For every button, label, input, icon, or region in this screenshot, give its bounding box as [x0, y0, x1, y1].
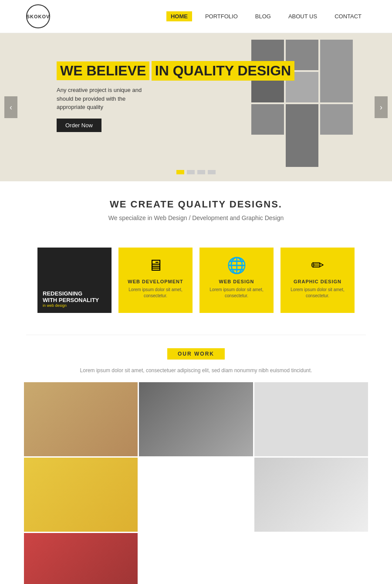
graphic-desc: Lorem ipsum dolor sit amet, consectetur.	[286, 287, 349, 299]
portfolio-item-3	[254, 382, 368, 456]
hero-prev-arrow[interactable]: ‹	[4, 96, 17, 118]
divider	[26, 335, 366, 335]
service-redesign: REDESIGNINGWITH PERSONALITY in web desig…	[37, 248, 112, 313]
portfolio-item-4	[24, 458, 138, 532]
header: SKOKOV HOME PORTFOLIO BLOG ABOUT US CONT…	[0, 0, 392, 33]
hero-nav: ‹ ›	[0, 96, 392, 118]
nav-contact[interactable]: CONTACT	[330, 11, 366, 21]
graphic-icon: ✏	[311, 256, 324, 275]
portfolio-item-2	[139, 382, 253, 456]
our-work-badge: OUR WORK	[167, 348, 225, 360]
dot-3[interactable]	[197, 170, 205, 174]
nav-portfolio[interactable]: PORTFOLIO	[201, 11, 242, 21]
service-redesign-sub: in web design	[43, 303, 99, 308]
dot-2[interactable]	[187, 170, 195, 174]
hero-cta-button[interactable]: Order Now	[57, 119, 101, 132]
hero-headline1: WE BELIEVE	[57, 61, 149, 80]
portfolio-item-6	[24, 533, 138, 584]
nav-blog[interactable]: BLOG	[251, 11, 275, 21]
hero-dots	[176, 170, 216, 174]
intro-subtitle: We specialize in Web Design / Developmen…	[26, 214, 366, 221]
nav-about[interactable]: ABOUT US	[284, 11, 321, 21]
service-webdesign: 🌐 WEB DESIGN Lorem ipsum dolor sit amet,…	[199, 248, 274, 313]
hero-section: ‹ › WE BELIEVE IN QUALITY DESIGN Any cre…	[0, 33, 392, 181]
portfolio-item-1	[24, 382, 138, 456]
portfolio-item-5	[254, 458, 368, 532]
nav-home[interactable]: HOME	[166, 11, 192, 21]
service-redesign-title: REDESIGNINGWITH PERSONALITY	[43, 290, 99, 303]
portfolio-grid	[24, 382, 368, 584]
dot-4[interactable]	[208, 170, 216, 174]
services-section: REDESIGNINGWITH PERSONALITY in web desig…	[0, 248, 392, 330]
webdev-title: WEB DEVELOPMENT	[128, 279, 183, 284]
hero-content: WE BELIEVE IN QUALITY DESIGN Any creativ…	[57, 59, 294, 132]
service-graphic: ✏ GRAPHIC DESIGN Lorem ipsum dolor sit a…	[280, 248, 355, 313]
graphic-title: GRAPHIC DESIGN	[294, 279, 341, 284]
main-nav: HOME PORTFOLIO BLOG ABOUT US CONTACT	[166, 11, 366, 21]
webdev-desc: Lorem ipsum dolor sit amet, consectetur.	[124, 287, 187, 299]
intro-section: WE CREATE QUALITY DESIGNS. We specialize…	[0, 181, 392, 248]
service-webdev: 🖥 WEB DEVELOPMENT Lorem ipsum dolor sit …	[118, 248, 193, 313]
intro-title: WE CREATE QUALITY DESIGNS.	[26, 199, 366, 210]
our-work-label: OUR WORK	[0, 340, 392, 364]
webdesign-icon: 🌐	[227, 256, 247, 275]
webdesign-title: WEB DESIGN	[219, 279, 254, 284]
webdesign-desc: Lorem ipsum dolor sit amet, consectetur.	[205, 287, 268, 299]
dot-1[interactable]	[176, 170, 184, 174]
hero-headline2: IN QUALITY DESIGN	[152, 61, 294, 81]
hero-next-arrow[interactable]: ›	[375, 96, 388, 118]
portfolio-items	[24, 382, 368, 584]
logo: SKOKOV	[26, 4, 50, 28]
our-work-desc: Lorem ipsum dolor sit amet, consectetuer…	[0, 364, 392, 382]
webdev-icon: 🖥	[148, 256, 163, 275]
